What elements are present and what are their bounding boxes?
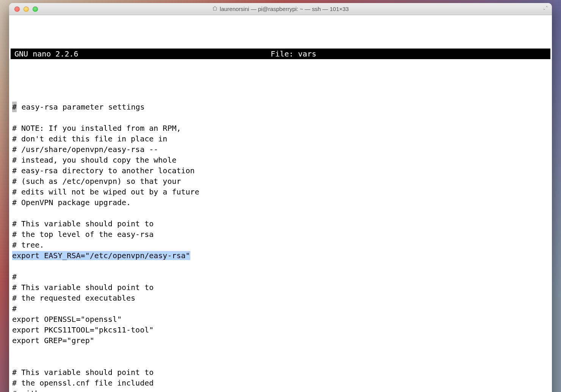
traffic-lights — [9, 6, 38, 12]
editor-line: # — [12, 304, 17, 313]
minimize-button[interactable] — [24, 6, 29, 12]
terminal-content[interactable]: GNU nano 2.2.6 File: vars # easy-rsa par… — [9, 15, 552, 392]
editor-line: export GREP="grep" — [12, 336, 94, 345]
zoom-button[interactable] — [33, 6, 38, 12]
editor-line: # This variable should point to — [12, 368, 154, 377]
editor-line: # NOTE: If you installed from an RPM, — [12, 124, 181, 133]
editor-line: # instead, you should copy the whole — [12, 155, 176, 165]
editor-line: # with easy-rsa. — [12, 389, 85, 392]
nano-header: GNU nano 2.2.6 File: vars — [11, 49, 550, 59]
editor-line: # This variable should point to — [12, 219, 154, 228]
close-button[interactable] — [14, 6, 20, 12]
editor-line: # easy-rsa directory to another location — [12, 166, 195, 175]
home-icon — [212, 6, 218, 12]
window-title-text: laurenorsini — pi@raspberrypi: ~ — ssh —… — [220, 6, 349, 12]
editor-line: export EASY_RSA="/etc/openvpn/easy-rsa" — [12, 251, 190, 260]
editor-line: # the top level of the easy-rsa — [12, 230, 154, 239]
editor-line: # — [12, 272, 17, 281]
selected-line: export EASY_RSA="/etc/openvpn/easy-rsa" — [12, 251, 190, 260]
editor-line: # (such as /etc/openvpn) so that your — [12, 177, 181, 186]
editor-line: export OPENSSL="openssl" — [12, 315, 122, 324]
cursor: # — [12, 102, 17, 112]
editor-line: # don't edit this file in place in — [12, 134, 167, 143]
editor-line: # This variable should point to — [12, 283, 154, 292]
editor-line: # the requested executables — [12, 293, 135, 303]
terminal-window: laurenorsini — pi@raspberrypi: ~ — ssh —… — [9, 3, 552, 392]
nano-file-name: File: vars — [41, 49, 547, 59]
editor-line: # edits will not be wiped out by a futur… — [12, 187, 199, 196]
editor-line: export PKCS11TOOL="pkcs11-tool" — [12, 325, 154, 334]
window-title: laurenorsini — pi@raspberrypi: ~ — ssh —… — [9, 6, 552, 12]
fullscreen-icon[interactable] — [542, 5, 549, 12]
editor-line: # tree. — [12, 240, 44, 249]
editor-line: # /usr/share/openvpn/easy-rsa -- — [12, 145, 158, 154]
editor-body[interactable]: # easy-rsa parameter settings # NOTE: If… — [11, 91, 550, 392]
editor-line: # the openssl.cnf file included — [12, 378, 154, 387]
titlebar[interactable]: laurenorsini — pi@raspberrypi: ~ — ssh —… — [9, 3, 552, 15]
editor-line: # easy-rsa parameter settings — [12, 102, 145, 111]
editor-line: # OpenVPN package upgrade. — [12, 198, 131, 207]
